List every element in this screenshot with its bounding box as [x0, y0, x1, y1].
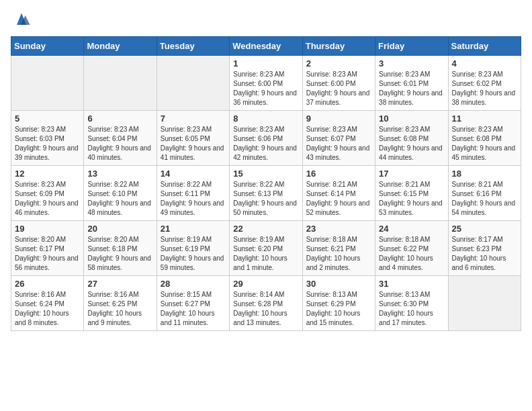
day-number: 8	[233, 113, 298, 124]
header-monday: Monday	[84, 37, 157, 56]
day-number: 17	[379, 169, 444, 179]
day-number: 30	[306, 279, 371, 289]
day-number: 20	[87, 224, 152, 234]
day-info: Sunrise: 8:23 AM Sunset: 6:07 PM Dayligh…	[306, 125, 371, 163]
week-row-4: 19Sunrise: 8:20 AM Sunset: 6:17 PM Dayli…	[11, 221, 521, 276]
day-cell: 9Sunrise: 8:23 AM Sunset: 6:07 PM Daylig…	[302, 111, 375, 166]
day-number: 19	[15, 224, 80, 234]
day-number: 22	[233, 224, 298, 234]
day-cell: 1Sunrise: 8:23 AM Sunset: 6:00 PM Daylig…	[230, 56, 302, 111]
day-info: Sunrise: 8:13 AM Sunset: 6:30 PM Dayligh…	[379, 290, 444, 328]
day-cell: 11Sunrise: 8:23 AM Sunset: 6:08 PM Dayli…	[448, 111, 521, 166]
day-number: 11	[452, 113, 517, 124]
day-number: 2	[306, 58, 371, 68]
day-info: Sunrise: 8:23 AM Sunset: 6:04 PM Dayligh…	[87, 125, 152, 163]
day-info: Sunrise: 8:23 AM Sunset: 6:00 PM Dayligh…	[233, 70, 298, 107]
day-number: 9	[306, 113, 371, 124]
day-info: Sunrise: 8:13 AM Sunset: 6:29 PM Dayligh…	[306, 290, 371, 328]
day-info: Sunrise: 8:23 AM Sunset: 6:09 PM Dayligh…	[15, 180, 80, 218]
day-number: 24	[379, 224, 444, 234]
day-info: Sunrise: 8:17 AM Sunset: 6:23 PM Dayligh…	[452, 235, 517, 273]
day-number: 13	[87, 169, 152, 179]
day-info: Sunrise: 8:21 AM Sunset: 6:14 PM Dayligh…	[306, 180, 371, 218]
day-number: 21	[161, 224, 226, 234]
day-info: Sunrise: 8:21 AM Sunset: 6:16 PM Dayligh…	[452, 180, 517, 218]
day-cell: 14Sunrise: 8:22 AM Sunset: 6:11 PM Dayli…	[157, 166, 229, 221]
logo-icon	[12, 11, 31, 30]
day-cell: 25Sunrise: 8:17 AM Sunset: 6:23 PM Dayli…	[448, 221, 521, 276]
header-thursday: Thursday	[302, 37, 375, 56]
day-number: 10	[379, 113, 444, 124]
day-cell: 29Sunrise: 8:14 AM Sunset: 6:28 PM Dayli…	[230, 276, 302, 331]
day-cell: 22Sunrise: 8:19 AM Sunset: 6:20 PM Dayli…	[230, 221, 302, 276]
day-cell: 17Sunrise: 8:21 AM Sunset: 6:15 PM Dayli…	[375, 166, 448, 221]
day-info: Sunrise: 8:23 AM Sunset: 6:03 PM Dayligh…	[15, 125, 80, 163]
day-cell: 2Sunrise: 8:23 AM Sunset: 6:00 PM Daylig…	[302, 56, 375, 111]
day-cell: 27Sunrise: 8:16 AM Sunset: 6:25 PM Dayli…	[84, 276, 157, 331]
day-info: Sunrise: 8:23 AM Sunset: 6:01 PM Dayligh…	[379, 70, 444, 107]
day-cell: 26Sunrise: 8:16 AM Sunset: 6:24 PM Dayli…	[11, 276, 84, 331]
day-cell: 10Sunrise: 8:23 AM Sunset: 6:08 PM Dayli…	[375, 111, 448, 166]
day-number: 31	[379, 279, 444, 289]
header-saturday: Saturday	[448, 37, 521, 56]
header-tuesday: Tuesday	[157, 37, 229, 56]
week-row-2: 5Sunrise: 8:23 AM Sunset: 6:03 PM Daylig…	[11, 111, 521, 166]
day-number: 3	[379, 58, 444, 68]
day-cell: 3Sunrise: 8:23 AM Sunset: 6:01 PM Daylig…	[375, 56, 448, 111]
day-info: Sunrise: 8:23 AM Sunset: 6:06 PM Dayligh…	[233, 125, 298, 163]
day-number: 12	[15, 169, 80, 179]
day-number: 1	[233, 58, 298, 68]
calendar-table: SundayMondayTuesdayWednesdayThursdayFrid…	[11, 36, 521, 331]
day-number: 4	[452, 58, 517, 68]
day-cell	[11, 56, 84, 111]
day-info: Sunrise: 8:23 AM Sunset: 6:08 PM Dayligh…	[452, 125, 517, 163]
day-number: 23	[306, 224, 371, 234]
day-info: Sunrise: 8:22 AM Sunset: 6:13 PM Dayligh…	[233, 180, 298, 218]
day-info: Sunrise: 8:23 AM Sunset: 6:02 PM Dayligh…	[452, 70, 517, 107]
day-cell: 31Sunrise: 8:13 AM Sunset: 6:30 PM Dayli…	[375, 276, 448, 331]
day-info: Sunrise: 8:23 AM Sunset: 6:05 PM Dayligh…	[161, 125, 226, 163]
day-number: 18	[452, 169, 517, 179]
day-cell	[448, 276, 521, 331]
day-info: Sunrise: 8:22 AM Sunset: 6:11 PM Dayligh…	[161, 180, 226, 218]
day-cell: 21Sunrise: 8:19 AM Sunset: 6:19 PM Dayli…	[157, 221, 229, 276]
day-cell: 8Sunrise: 8:23 AM Sunset: 6:06 PM Daylig…	[230, 111, 302, 166]
day-cell: 5Sunrise: 8:23 AM Sunset: 6:03 PM Daylig…	[11, 111, 84, 166]
day-number: 7	[161, 113, 226, 124]
day-number: 29	[233, 279, 298, 289]
day-info: Sunrise: 8:18 AM Sunset: 6:22 PM Dayligh…	[379, 235, 444, 273]
day-number: 25	[452, 224, 517, 234]
day-info: Sunrise: 8:19 AM Sunset: 6:19 PM Dayligh…	[161, 235, 226, 273]
day-cell: 30Sunrise: 8:13 AM Sunset: 6:29 PM Dayli…	[302, 276, 375, 331]
day-number: 14	[161, 169, 226, 179]
day-cell: 19Sunrise: 8:20 AM Sunset: 6:17 PM Dayli…	[11, 221, 84, 276]
day-cell: 28Sunrise: 8:15 AM Sunset: 6:27 PM Dayli…	[157, 276, 229, 331]
day-info: Sunrise: 8:20 AM Sunset: 6:17 PM Dayligh…	[15, 235, 80, 273]
day-cell	[157, 56, 229, 111]
day-info: Sunrise: 8:14 AM Sunset: 6:28 PM Dayligh…	[233, 290, 298, 328]
header-wednesday: Wednesday	[230, 37, 302, 56]
day-cell: 24Sunrise: 8:18 AM Sunset: 6:22 PM Dayli…	[375, 221, 448, 276]
day-cell: 13Sunrise: 8:22 AM Sunset: 6:10 PM Dayli…	[84, 166, 157, 221]
day-number: 15	[233, 169, 298, 179]
day-cell: 18Sunrise: 8:21 AM Sunset: 6:16 PM Dayli…	[448, 166, 521, 221]
header-sunday: Sunday	[11, 37, 84, 56]
page-header	[11, 11, 521, 30]
day-number: 26	[15, 279, 80, 289]
day-cell: 20Sunrise: 8:20 AM Sunset: 6:18 PM Dayli…	[84, 221, 157, 276]
day-info: Sunrise: 8:19 AM Sunset: 6:20 PM Dayligh…	[233, 235, 298, 273]
week-row-1: 1Sunrise: 8:23 AM Sunset: 6:00 PM Daylig…	[11, 56, 521, 111]
day-info: Sunrise: 8:21 AM Sunset: 6:15 PM Dayligh…	[379, 180, 444, 218]
day-info: Sunrise: 8:16 AM Sunset: 6:24 PM Dayligh…	[15, 290, 80, 328]
day-cell: 23Sunrise: 8:18 AM Sunset: 6:21 PM Dayli…	[302, 221, 375, 276]
day-info: Sunrise: 8:20 AM Sunset: 6:18 PM Dayligh…	[87, 235, 152, 273]
day-cell: 16Sunrise: 8:21 AM Sunset: 6:14 PM Dayli…	[302, 166, 375, 221]
day-cell: 4Sunrise: 8:23 AM Sunset: 6:02 PM Daylig…	[448, 56, 521, 111]
day-number: 28	[161, 279, 226, 289]
day-number: 16	[306, 169, 371, 179]
day-info: Sunrise: 8:18 AM Sunset: 6:21 PM Dayligh…	[306, 235, 371, 273]
day-info: Sunrise: 8:23 AM Sunset: 6:08 PM Dayligh…	[379, 125, 444, 163]
day-info: Sunrise: 8:23 AM Sunset: 6:00 PM Dayligh…	[306, 70, 371, 107]
logo	[11, 11, 31, 30]
day-cell	[84, 56, 157, 111]
